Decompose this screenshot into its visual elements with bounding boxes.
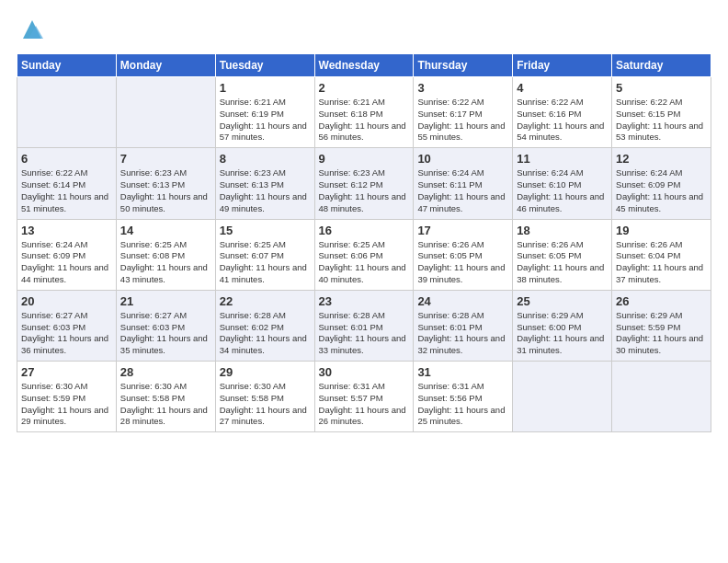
calendar-cell: 27 Sunrise: 6:30 AMSunset: 5:59 PMDaylig… [17, 362, 117, 432]
day-info: Sunrise: 6:25 AMSunset: 6:06 PMDaylight:… [319, 239, 406, 284]
calendar-cell: 29 Sunrise: 6:30 AMSunset: 5:58 PMDaylig… [215, 362, 314, 432]
day-info: Sunrise: 6:24 AMSunset: 6:11 PMDaylight:… [417, 167, 505, 213]
day-info: Sunrise: 6:27 AMSunset: 6:03 PMDaylight:… [120, 310, 208, 355]
day-number: 16 [319, 224, 410, 237]
page-header [17, 17, 711, 44]
day-number: 19 [616, 224, 707, 237]
calendar-cell: 11 Sunrise: 6:24 AMSunset: 6:10 PMDaylig… [513, 148, 612, 219]
day-number: 17 [417, 224, 508, 237]
day-info: Sunrise: 6:23 AMSunset: 6:13 PMDaylight:… [120, 167, 208, 213]
day-info: Sunrise: 6:22 AMSunset: 6:17 PMDaylight:… [417, 97, 505, 142]
day-number: 1 [220, 81, 311, 95]
day-number: 6 [21, 152, 112, 166]
day-info: Sunrise: 6:22 AMSunset: 6:15 PMDaylight:… [616, 97, 703, 142]
day-info: Sunrise: 6:22 AMSunset: 6:14 PMDaylight:… [21, 167, 108, 213]
calendar-cell [116, 77, 215, 148]
logo [17, 17, 45, 44]
calendar-cell: 12 Sunrise: 6:24 AMSunset: 6:09 PMDaylig… [612, 148, 711, 219]
day-number: 28 [120, 365, 211, 379]
calendar-week-row: 1 Sunrise: 6:21 AMSunset: 6:19 PMDayligh… [17, 77, 711, 148]
day-number: 14 [120, 224, 211, 237]
day-info: Sunrise: 6:26 AMSunset: 6:04 PMDaylight:… [616, 239, 703, 284]
calendar-cell: 15 Sunrise: 6:25 AMSunset: 6:07 PMDaylig… [215, 219, 314, 290]
day-info: Sunrise: 6:31 AMSunset: 5:57 PMDaylight:… [319, 381, 406, 426]
day-info: Sunrise: 6:29 AMSunset: 6:00 PMDaylight:… [517, 310, 604, 355]
calendar-cell: 21 Sunrise: 6:27 AMSunset: 6:03 PMDaylig… [116, 290, 215, 361]
calendar-cell: 31 Sunrise: 6:31 AMSunset: 5:56 PMDaylig… [414, 362, 513, 432]
day-info: Sunrise: 6:24 AMSunset: 6:09 PMDaylight:… [21, 239, 108, 284]
calendar-cell: 19 Sunrise: 6:26 AMSunset: 6:04 PMDaylig… [612, 219, 711, 290]
calendar-week-row: 27 Sunrise: 6:30 AMSunset: 5:59 PMDaylig… [17, 362, 711, 432]
calendar-cell: 17 Sunrise: 6:26 AMSunset: 6:05 PMDaylig… [414, 219, 513, 290]
col-header-tuesday: Tuesday [215, 54, 314, 77]
col-header-sunday: Sunday [17, 54, 117, 77]
calendar-week-row: 13 Sunrise: 6:24 AMSunset: 6:09 PMDaylig… [17, 219, 711, 290]
calendar-week-row: 20 Sunrise: 6:27 AMSunset: 6:03 PMDaylig… [17, 290, 711, 361]
day-info: Sunrise: 6:26 AMSunset: 6:05 PMDaylight:… [417, 239, 505, 284]
calendar-cell: 30 Sunrise: 6:31 AMSunset: 5:57 PMDaylig… [314, 362, 414, 432]
day-number: 3 [417, 81, 508, 95]
day-info: Sunrise: 6:21 AMSunset: 6:18 PMDaylight:… [319, 97, 406, 142]
calendar-cell: 4 Sunrise: 6:22 AMSunset: 6:16 PMDayligh… [513, 77, 612, 148]
calendar-cell: 25 Sunrise: 6:29 AMSunset: 6:00 PMDaylig… [513, 290, 612, 361]
col-header-thursday: Thursday [414, 54, 513, 77]
day-number: 20 [21, 294, 112, 308]
calendar-cell: 7 Sunrise: 6:23 AMSunset: 6:13 PMDayligh… [116, 148, 215, 219]
day-number: 2 [319, 81, 410, 95]
day-info: Sunrise: 6:30 AMSunset: 5:59 PMDaylight:… [21, 381, 108, 426]
day-info: Sunrise: 6:29 AMSunset: 5:59 PMDaylight:… [616, 310, 703, 355]
day-number: 10 [417, 152, 508, 166]
header-row: SundayMondayTuesdayWednesdayThursdayFrid… [17, 54, 711, 77]
calendar-cell: 1 Sunrise: 6:21 AMSunset: 6:19 PMDayligh… [215, 77, 314, 148]
calendar-cell [612, 362, 711, 432]
day-number: 12 [616, 152, 707, 166]
calendar-cell: 20 Sunrise: 6:27 AMSunset: 6:03 PMDaylig… [17, 290, 117, 361]
logo-icon [19, 17, 45, 42]
calendar-cell: 10 Sunrise: 6:24 AMSunset: 6:11 PMDaylig… [414, 148, 513, 219]
calendar-cell: 18 Sunrise: 6:26 AMSunset: 6:05 PMDaylig… [513, 219, 612, 290]
calendar-week-row: 6 Sunrise: 6:22 AMSunset: 6:14 PMDayligh… [17, 148, 711, 219]
calendar-cell: 16 Sunrise: 6:25 AMSunset: 6:06 PMDaylig… [314, 219, 414, 290]
calendar-cell: 6 Sunrise: 6:22 AMSunset: 6:14 PMDayligh… [17, 148, 117, 219]
day-number: 25 [517, 294, 608, 308]
calendar-cell: 9 Sunrise: 6:23 AMSunset: 6:12 PMDayligh… [314, 148, 414, 219]
calendar-cell: 2 Sunrise: 6:21 AMSunset: 6:18 PMDayligh… [314, 77, 414, 148]
day-info: Sunrise: 6:31 AMSunset: 5:56 PMDaylight:… [417, 381, 505, 426]
calendar-cell: 23 Sunrise: 6:28 AMSunset: 6:01 PMDaylig… [314, 290, 414, 361]
day-number: 15 [220, 224, 311, 237]
day-number: 21 [120, 294, 211, 308]
day-number: 31 [417, 365, 508, 379]
day-info: Sunrise: 6:26 AMSunset: 6:05 PMDaylight:… [517, 239, 604, 284]
calendar-cell: 5 Sunrise: 6:22 AMSunset: 6:15 PMDayligh… [612, 77, 711, 148]
day-number: 18 [517, 224, 608, 237]
calendar-cell: 26 Sunrise: 6:29 AMSunset: 5:59 PMDaylig… [612, 290, 711, 361]
day-info: Sunrise: 6:21 AMSunset: 6:19 PMDaylight:… [220, 97, 307, 142]
day-number: 22 [220, 294, 311, 308]
calendar-cell: 22 Sunrise: 6:28 AMSunset: 6:02 PMDaylig… [215, 290, 314, 361]
day-number: 24 [417, 294, 508, 308]
day-number: 11 [517, 152, 608, 166]
day-number: 30 [319, 365, 410, 379]
day-number: 29 [220, 365, 311, 379]
day-number: 5 [616, 81, 707, 95]
day-info: Sunrise: 6:22 AMSunset: 6:16 PMDaylight:… [517, 97, 604, 142]
calendar-cell: 28 Sunrise: 6:30 AMSunset: 5:58 PMDaylig… [116, 362, 215, 432]
day-info: Sunrise: 6:25 AMSunset: 6:08 PMDaylight:… [120, 239, 208, 284]
calendar-table: SundayMondayTuesdayWednesdayThursdayFrid… [17, 53, 711, 432]
day-number: 7 [120, 152, 211, 166]
calendar-cell: 13 Sunrise: 6:24 AMSunset: 6:09 PMDaylig… [17, 219, 117, 290]
day-info: Sunrise: 6:30 AMSunset: 5:58 PMDaylight:… [220, 381, 307, 426]
col-header-wednesday: Wednesday [314, 54, 414, 77]
day-number: 8 [220, 152, 311, 166]
day-number: 13 [21, 224, 112, 237]
day-info: Sunrise: 6:27 AMSunset: 6:03 PMDaylight:… [21, 310, 108, 355]
day-info: Sunrise: 6:24 AMSunset: 6:09 PMDaylight:… [616, 167, 703, 213]
col-header-saturday: Saturday [612, 54, 711, 77]
col-header-monday: Monday [116, 54, 215, 77]
day-info: Sunrise: 6:28 AMSunset: 6:01 PMDaylight:… [319, 310, 406, 355]
day-number: 9 [319, 152, 410, 166]
day-number: 4 [517, 81, 608, 95]
day-info: Sunrise: 6:25 AMSunset: 6:07 PMDaylight:… [220, 239, 307, 284]
day-info: Sunrise: 6:28 AMSunset: 6:02 PMDaylight:… [220, 310, 307, 355]
day-number: 23 [319, 294, 410, 308]
